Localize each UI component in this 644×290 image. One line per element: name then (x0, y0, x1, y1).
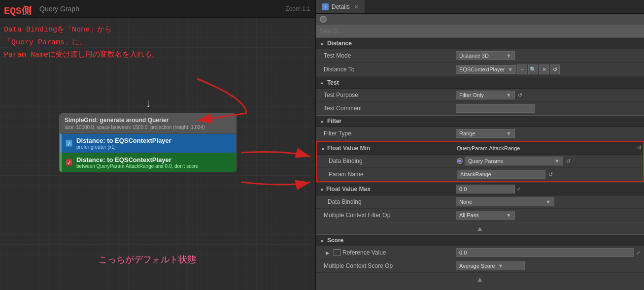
prop-row-test-purpose: Test Purpose Filter Only ▼ ↺ (316, 89, 644, 102)
query-param-text: QueryParam.AttackRange (455, 145, 634, 151)
prop-row-filter-type: Filter Type Range ▼ (316, 127, 644, 140)
annotation-text: Data Bindingを「None」から 「Query Params」に。 P… (4, 24, 159, 62)
data-binding-label: Data Binding (317, 158, 455, 164)
multiple-context-value: All Pass ▼ (454, 210, 644, 221)
float-value-min-section: ▲ Float Value Min QueryParam.AttackRange… (316, 141, 644, 182)
prop-row-float-max-binding: Data Binding None ▼ (316, 195, 644, 209)
dropdown-arrow-icon-6: ▼ (545, 199, 551, 205)
right-panel: i Details ✕ Distance Test Mode Distance … (315, 0, 644, 290)
test-purpose-label: Test Purpose (316, 92, 454, 98)
param-name-input[interactable] (457, 170, 545, 179)
close-icon[interactable]: ✕ (539, 64, 549, 74)
eqs-label: EQS側 (4, 4, 32, 17)
test-purpose-dropdown[interactable]: Filter Only ▼ (456, 91, 515, 99)
node-checkbox-0[interactable]: ✓ (66, 140, 72, 147)
section-filter[interactable]: Filter (316, 115, 644, 127)
float-value-min-header: ▲ Float Value Min QueryParam.AttackRange… (317, 142, 643, 155)
test-mode-value: Distance 3D ▼ (454, 50, 644, 61)
float-max-data-binding-value: None ▼ (454, 196, 644, 207)
expand-ref-icon[interactable]: ▶ (324, 249, 332, 257)
section-score[interactable]: Score (316, 234, 644, 246)
filter-type-value: Range ▼ (454, 128, 644, 139)
details-circle-bar (316, 14, 644, 25)
query-graph-title: Query Graph (39, 5, 79, 13)
expand-icon[interactable]: ⤢ (515, 185, 523, 193)
multiple-context-label: Multiple Context Filter Op (316, 212, 454, 219)
scroll-up-btn-filter[interactable]: ▲ (316, 222, 644, 234)
arrow-left-icon[interactable]: ← (517, 64, 527, 74)
param-name-value: ↺ (455, 169, 643, 180)
node-item-text-1: Distance: to EQSContextPlayer between Qu… (76, 156, 199, 169)
scroll-up-btn-score[interactable]: ▲ (316, 273, 644, 285)
distance-to-dropdown[interactable]: EQSContextPlayer ▼ (456, 65, 516, 74)
left-panel: Query Graph Zoom 1:1 EQS側 Data Bindingを「… (0, 0, 315, 290)
section-test[interactable]: Test (316, 77, 644, 89)
data-binding-value: Query Params ▼ ↺ (455, 156, 643, 166)
float-max-input[interactable] (456, 185, 515, 193)
filter-type-dropdown[interactable]: Range ▼ (456, 129, 515, 138)
zoom-label: Zoom 1:1 (285, 5, 310, 12)
prop-row-multiple-context: Multiple Context Filter Op All Pass ▼ (316, 209, 644, 222)
average-score-dropdown[interactable]: Average Score ▼ (456, 261, 525, 270)
test-mode-dropdown[interactable]: Distance 3D ▼ (456, 51, 515, 60)
float-value-max-section: ▲ Float Value Max ⤢ (316, 183, 644, 195)
prop-row-param-name: Param Name ↺ (317, 168, 643, 181)
dropdown-arrow-icon-8: ▼ (498, 263, 504, 269)
distance-to-value: EQSContextPlayer ▼ ← 🔍 ✕ ↺ (454, 64, 644, 75)
multiple-score-value: Average Score ▼ (454, 260, 644, 271)
node-item-0[interactable]: ✓ Distance: to EQSContextPlayer prefer g… (60, 133, 236, 153)
node-container: SimpleGrid: generate around Querier size… (59, 113, 237, 172)
test-comment-value (454, 103, 644, 114)
test-purpose-value: Filter Only ▼ ↺ (454, 90, 644, 100)
reference-value-input[interactable] (456, 248, 634, 257)
dropdown-arrow-icon: ▼ (506, 53, 511, 59)
prop-row-multiple-score: Multiple Context Score Op Average Score … (316, 259, 644, 273)
test-comment-input[interactable] (456, 104, 535, 113)
details-tab-bar: i Details ✕ (316, 0, 644, 14)
details-tab-icon: i (322, 3, 329, 10)
reference-value-input-wrap: ⤢ (454, 247, 644, 258)
dropdown-arrow-icon-4: ▼ (506, 130, 511, 136)
prop-row-distance-to: Distance To EQSContextPlayer ▼ ← 🔍 ✕ ↺ (316, 63, 644, 77)
multiple-context-dropdown[interactable]: All Pass ▼ (456, 211, 515, 220)
section-distance[interactable]: Distance (316, 37, 644, 49)
reset-float-min[interactable]: ↺ (635, 144, 643, 152)
details-tab-label: Details (332, 3, 350, 10)
search-icon[interactable]: 🔍 (528, 64, 538, 74)
reset-icon[interactable]: ↺ (550, 64, 560, 74)
dropdown-arrow-icon-5: ▼ (554, 158, 560, 164)
node-header: SimpleGrid: generate around Querier size… (60, 114, 236, 133)
dropdown-arrow-icon-2: ▼ (508, 66, 513, 72)
prop-row-test-mode: Test Mode Distance 3D ▼ (316, 49, 644, 63)
data-binding-dropdown[interactable]: Query Params ▼ (465, 157, 563, 165)
query-graph-bar: Query Graph Zoom 1:1 (0, 0, 315, 18)
default-label: こっちがデフォルト状態 (99, 254, 196, 265)
dropdown-arrow-icon-3: ▼ (506, 92, 511, 98)
expand-ref-val-icon[interactable]: ⤢ (634, 249, 642, 257)
prop-row-data-binding: Data Binding Query Params ▼ ↺ (317, 155, 643, 168)
reset-btn-3[interactable]: ↺ (516, 91, 524, 99)
reference-checkbox[interactable] (334, 249, 340, 256)
details-tab[interactable]: i Details ✕ (316, 0, 365, 13)
multiple-score-label: Multiple Context Score Op (316, 262, 454, 269)
node-subheader: size: 10000.0, space between: 1500.0, pr… (65, 125, 205, 130)
prop-row-reference-value: ▶ Reference Value ⤢ (316, 246, 644, 259)
details-circle (320, 16, 327, 23)
reset-data-binding[interactable]: ↺ (564, 157, 572, 165)
radio-dot-selected[interactable] (457, 158, 463, 164)
float-max-data-binding-label: Data Binding (316, 198, 454, 205)
test-comment-label: Test Comment (316, 105, 454, 112)
details-content[interactable]: Distance Test Mode Distance 3D ▼ Distanc… (316, 37, 644, 290)
filter-type-label: Filter Type (316, 130, 454, 137)
node-item-1[interactable]: ✓ Distance: to EQSContextPlayer between … (60, 153, 236, 172)
node-checkbox-1[interactable]: ✓ (66, 159, 72, 166)
search-input[interactable] (320, 28, 640, 34)
tab-close-icon[interactable]: ✕ (354, 3, 359, 10)
reset-param-name[interactable]: ↺ (546, 170, 554, 178)
reference-value-label: ▶ Reference Value (316, 249, 454, 257)
node-item-text-0: Distance: to EQSContextPlayer prefer gre… (76, 137, 171, 150)
param-name-label: Param Name (317, 171, 455, 178)
float-max-data-binding-dropdown[interactable]: None ▼ (456, 197, 554, 206)
arrow-down: ↓ (145, 96, 151, 110)
dropdown-arrow-icon-7: ▼ (506, 212, 511, 218)
